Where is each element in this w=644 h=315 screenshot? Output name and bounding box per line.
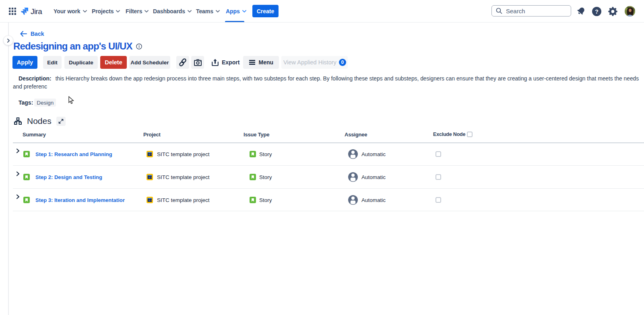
svg-text:?: ? xyxy=(595,8,599,15)
